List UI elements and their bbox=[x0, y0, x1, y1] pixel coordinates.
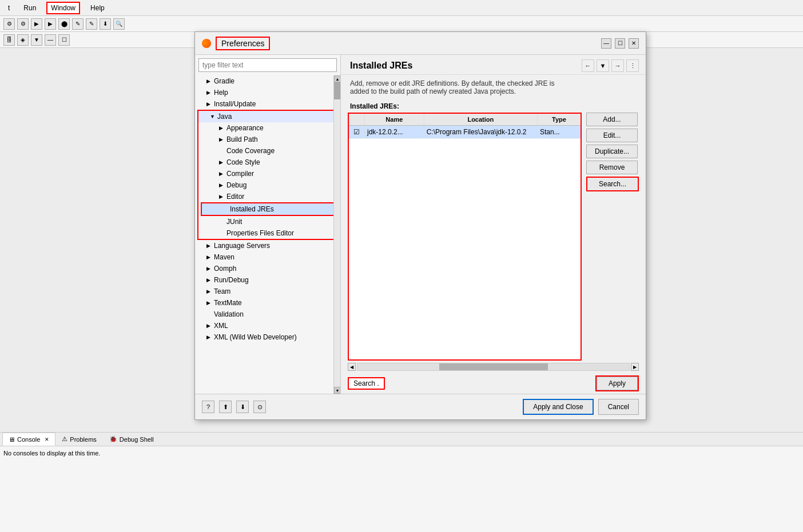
chevron-right-icon: ▶ bbox=[219, 137, 225, 142]
tree-item-editor[interactable]: ▶ Editor bbox=[198, 191, 337, 202]
tree-item-java[interactable]: ▼ Java bbox=[198, 111, 337, 122]
chevron-right-icon: ▶ bbox=[219, 159, 225, 165]
menu-item-help[interactable]: Help bbox=[87, 3, 108, 13]
scrollbar-down-btn[interactable]: ▼ bbox=[334, 387, 340, 394]
chevron-right-icon: ▶ bbox=[206, 300, 212, 306]
hscroll-area: ◀ ▶ bbox=[348, 363, 639, 371]
footer-right-buttons: Apply and Close Cancel bbox=[523, 399, 639, 415]
tree-item-properties-files-editor[interactable]: Properties Files Editor bbox=[198, 227, 337, 239]
tree-item-code-coverage[interactable]: Code Coverage bbox=[198, 145, 337, 157]
dialog-titlebar: Preferences — ☐ ✕ bbox=[195, 32, 646, 55]
tree-item-oomph[interactable]: ▶ Oomph bbox=[195, 263, 340, 274]
tree-item-debug[interactable]: ▶ Debug bbox=[198, 179, 337, 191]
menu-item-window[interactable]: Window bbox=[46, 2, 80, 14]
remove-button[interactable]: Remove bbox=[586, 161, 638, 174]
toolbar2-btn-1[interactable]: 🗄 bbox=[3, 34, 15, 46]
tree-item-gradle[interactable]: ▶ Gradle bbox=[195, 75, 340, 87]
info-btn[interactable]: ⊙ bbox=[253, 401, 266, 413]
cancel-button[interactable]: Cancel bbox=[598, 399, 639, 415]
filter-input[interactable] bbox=[198, 58, 337, 72]
tab-console-label: Console bbox=[17, 436, 40, 443]
menu-item-run[interactable]: Run bbox=[20, 3, 39, 13]
help-icon-btn[interactable]: ? bbox=[202, 401, 214, 413]
tree-label: Team bbox=[214, 287, 230, 295]
toolbar-btn-3[interactable]: ▶ bbox=[31, 18, 42, 30]
scrollbar-up-btn[interactable]: ▲ bbox=[334, 75, 340, 82]
toolbar-btn-9[interactable]: 🔍 bbox=[113, 18, 125, 30]
toolbar-btn-2[interactable]: ⚙ bbox=[17, 18, 29, 30]
tree-label: Maven bbox=[214, 253, 234, 261]
toolbar-btn-8[interactable]: ⬇ bbox=[100, 18, 111, 30]
scrollbar-thumb[interactable] bbox=[334, 82, 340, 99]
dialog-controls: — ☐ ✕ bbox=[601, 38, 639, 49]
nav-menu-btn[interactable]: ⋮ bbox=[626, 59, 639, 72]
row-check[interactable]: ☑ bbox=[349, 126, 365, 138]
nav-back-btn[interactable]: ← bbox=[582, 59, 594, 72]
dialog-maximize-btn[interactable]: ☐ bbox=[615, 38, 625, 49]
nav-buttons: ← ▼ → ⋮ bbox=[582, 59, 639, 72]
tab-console-close-icon[interactable]: ✕ bbox=[45, 437, 49, 442]
tree-item-maven[interactable]: ▶ Maven bbox=[195, 251, 340, 263]
nav-forward-btn[interactable]: → bbox=[611, 59, 624, 72]
content-area: Installed JREs ← ▼ → ⋮ Add, remove or ed… bbox=[341, 55, 646, 394]
tree-item-help[interactable]: ▶ Help bbox=[195, 87, 340, 98]
dialog-body: ▶ Gradle ▶ Help ▶ Install/Update ▼ Java bbox=[195, 55, 646, 394]
tab-problems-label: Problems bbox=[70, 436, 96, 443]
tab-problems[interactable]: ⚠ Problems bbox=[55, 433, 102, 446]
toolbar2-btn-5[interactable]: ☐ bbox=[58, 34, 70, 46]
tree-item-install-update[interactable]: ▶ Install/Update bbox=[195, 98, 340, 110]
toolbar-btn-6[interactable]: ✎ bbox=[72, 18, 84, 30]
chevron-right-icon: ▶ bbox=[206, 289, 212, 294]
export-btn[interactable]: ⬆ bbox=[219, 401, 232, 413]
tree-item-code-style[interactable]: ▶ Code Style bbox=[198, 157, 337, 168]
tree-item-compiler[interactable]: ▶ Compiler bbox=[198, 168, 337, 179]
toolbar-btn-1[interactable]: ⚙ bbox=[3, 18, 15, 30]
tree-label: Install/Update bbox=[214, 100, 256, 108]
toolbar-btn-7[interactable]: ✎ bbox=[86, 18, 97, 30]
toolbar: ⚙ ⚙ ▶ ▶ ⬤ ✎ ✎ ⬇ 🔍 bbox=[0, 16, 803, 32]
tab-debug-shell[interactable]: 🐞 Debug Shell bbox=[103, 433, 160, 446]
import-btn[interactable]: ⬇ bbox=[236, 401, 249, 413]
tree-label: TextMate bbox=[214, 299, 242, 307]
tree-item-junit[interactable]: JUnit bbox=[198, 216, 337, 227]
toolbar-btn-4[interactable]: ▶ bbox=[45, 18, 56, 30]
tree-item-build-path[interactable]: ▶ Build Path bbox=[198, 134, 337, 145]
tree-label: Code Coverage bbox=[226, 147, 275, 155]
tree-scrollbar-track: ▲ ▼ bbox=[333, 75, 340, 394]
edit-button[interactable]: Edit... bbox=[586, 129, 638, 142]
hscroll-thumb[interactable] bbox=[439, 363, 548, 370]
duplicate-button[interactable]: Duplicate... bbox=[586, 145, 638, 158]
tree-item-textmate[interactable]: ▶ TextMate bbox=[195, 297, 340, 309]
hscroll-right-btn[interactable]: ▶ bbox=[631, 363, 639, 371]
tree-item-xml-wild[interactable]: ▶ XML (Wild Web Developer) bbox=[195, 331, 340, 343]
table-row[interactable]: ☑ jdk-12.0.2... C:\Program Files\Java\jd… bbox=[349, 126, 581, 139]
add-button[interactable]: Add... bbox=[586, 113, 638, 126]
tree-label: Build Path bbox=[226, 135, 258, 143]
tree-item-xml[interactable]: ▶ XML bbox=[195, 320, 340, 331]
tree-item-appearance[interactable]: ▶ Appearance bbox=[198, 122, 337, 134]
toolbar2-btn-2[interactable]: ◈ bbox=[17, 34, 29, 46]
tree-label: Code Style bbox=[226, 158, 260, 166]
tree-item-installed-jres[interactable]: Installed JREs bbox=[202, 203, 333, 215]
tree-item-team[interactable]: ▶ Team bbox=[195, 286, 340, 297]
nav-dropdown-btn[interactable]: ▼ bbox=[597, 59, 609, 72]
apply-button[interactable]: Apply bbox=[597, 377, 638, 390]
chevron-right-icon: ▶ bbox=[206, 323, 212, 329]
toolbar2-btn-3[interactable]: ▼ bbox=[31, 34, 42, 46]
tree-item-validation[interactable]: Validation bbox=[195, 309, 340, 320]
tree-item-run-debug[interactable]: ▶ Run/Debug bbox=[195, 274, 340, 286]
tree-label: Debug bbox=[226, 181, 247, 189]
tab-debug-shell-label: Debug Shell bbox=[120, 436, 154, 443]
dialog-close-btn[interactable]: ✕ bbox=[629, 38, 639, 49]
toolbar2-btn-4[interactable]: — bbox=[45, 34, 56, 46]
toolbar-btn-5[interactable]: ⬤ bbox=[58, 18, 70, 30]
apply-close-button[interactable]: Apply and Close bbox=[523, 399, 593, 415]
tab-console[interactable]: 🖥 Console ✕ bbox=[2, 433, 55, 446]
dialog-minimize-btn[interactable]: — bbox=[601, 38, 611, 49]
tree-item-language-servers[interactable]: ▶ Language Servers bbox=[195, 240, 340, 251]
menu-item-t[interactable]: t bbox=[5, 3, 13, 13]
hscroll-left-btn[interactable]: ◀ bbox=[348, 363, 356, 371]
search-field-highlight[interactable]: Search . bbox=[348, 377, 385, 390]
search-button[interactable]: Search... bbox=[587, 178, 638, 190]
menu-bar: t Run Window Help bbox=[0, 0, 803, 16]
